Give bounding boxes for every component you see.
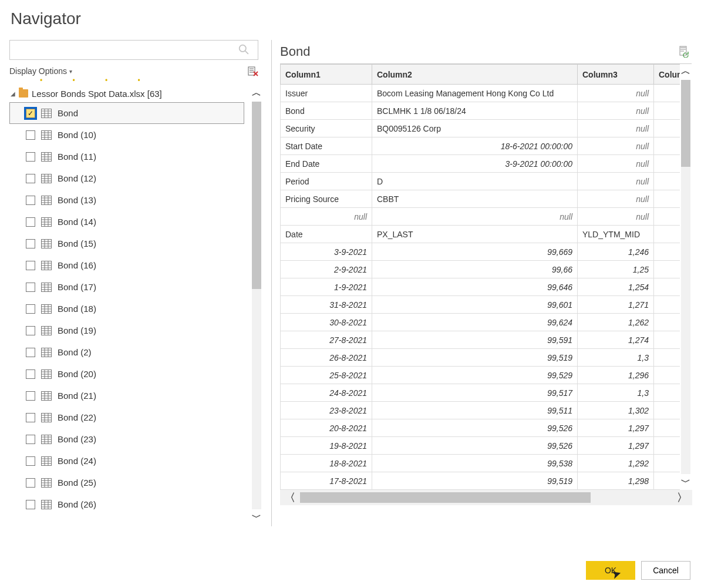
tree-item[interactable]: Bond (22): [9, 406, 250, 428]
table-row: 23-8-202199,5111,302: [281, 402, 680, 419]
scroll-thumb[interactable]: [252, 102, 261, 289]
search-input[interactable]: [9, 40, 258, 60]
tree-item[interactable]: Bond (13): [9, 189, 250, 211]
cell: null: [372, 208, 578, 226]
table-row: IssuerBocom Leasing Management Hong Kong…: [281, 85, 680, 102]
tree-item-checkbox[interactable]: [26, 326, 35, 335]
tree-item-checkbox[interactable]: [26, 174, 35, 183]
tree-item[interactable]: Bond (19): [9, 320, 250, 341]
clear-selection-icon[interactable]: [248, 66, 258, 76]
tree-item[interactable]: Bond (24): [9, 450, 250, 472]
table-icon: [41, 261, 52, 270]
tree-item-checkbox[interactable]: [26, 348, 35, 357]
cell: [654, 367, 680, 384]
display-options-dropdown[interactable]: Display Options ▾: [9, 66, 72, 76]
column-header[interactable]: Column1: [281, 65, 372, 85]
tree-item[interactable]: Bond (2): [9, 341, 250, 363]
preview-table: Column1 Column2 Column3 Column4 IssuerBo…: [280, 64, 680, 490]
dialog-footer: OK Cancel ➤: [586, 561, 690, 580]
scroll-down-icon[interactable]: ﹀: [681, 476, 690, 489]
table-row: 3-9-202199,6691,246: [281, 243, 680, 261]
tree-item-checkbox[interactable]: [26, 500, 35, 509]
expand-collapse-icon[interactable]: ◢: [11, 90, 15, 97]
tree-item-checkbox[interactable]: [26, 152, 35, 162]
tree-item-checkbox[interactable]: [26, 239, 35, 248]
cell: 1,302: [578, 402, 654, 419]
tree-item[interactable]: Bond (17): [9, 276, 250, 298]
tree-item[interactable]: Bond (11): [9, 146, 250, 167]
tree-item[interactable]: Bond (18): [9, 298, 250, 320]
table-icon: [41, 369, 52, 379]
cell: [654, 261, 680, 278]
tree-item[interactable]: Bond (21): [9, 385, 250, 406]
tree-item[interactable]: Bond (16): [9, 254, 250, 276]
tree-item[interactable]: Bond (25): [9, 472, 250, 493]
tree-item-checkbox[interactable]: [26, 304, 35, 314]
scroll-down-icon[interactable]: ﹀: [252, 512, 261, 524]
tree-item[interactable]: Bond (10): [9, 124, 250, 146]
cell: [654, 419, 680, 437]
column-header[interactable]: Column3: [578, 65, 654, 85]
cancel-button[interactable]: Cancel: [641, 561, 690, 580]
cell: 99,519: [372, 472, 578, 490]
scroll-left-icon[interactable]: 〈: [280, 490, 300, 505]
tree-item-checkbox[interactable]: [26, 435, 35, 444]
tree-item[interactable]: Bond (14): [9, 211, 250, 233]
tree-item-checkbox[interactable]: [26, 413, 35, 422]
table-icon: [41, 109, 52, 118]
refresh-preview-icon[interactable]: [679, 46, 689, 58]
tree-item-checkbox[interactable]: [26, 130, 35, 140]
tree-item-checkbox[interactable]: [26, 196, 35, 205]
cell: 24-8-2021: [281, 384, 372, 402]
scroll-track[interactable]: [300, 492, 672, 503]
tree-item[interactable]: Bond (15): [9, 233, 250, 254]
scroll-right-icon[interactable]: 〉: [672, 490, 692, 505]
search-icon[interactable]: [238, 44, 249, 55]
scroll-thumb[interactable]: [681, 80, 690, 167]
tree-item-checkbox[interactable]: [26, 456, 35, 466]
root-label: Lessor Bonds Spot Data.xlsx [63]: [32, 89, 162, 99]
tree-item-checkbox[interactable]: [26, 261, 35, 270]
scroll-up-icon[interactable]: ︿: [252, 87, 261, 99]
tree-item-checkbox[interactable]: [26, 478, 35, 488]
tree-item[interactable]: Bond (26): [9, 493, 250, 515]
cell: 1,296: [578, 367, 654, 384]
tree-item-checkbox[interactable]: [26, 369, 35, 379]
cell: Period: [281, 173, 372, 190]
tree-item[interactable]: Bond (23): [9, 428, 250, 450]
tree-item-checkbox[interactable]: [26, 217, 35, 227]
tree-item[interactable]: ✓Bond: [9, 102, 244, 124]
cell: 99,624: [372, 314, 578, 331]
tree-item-label: Bond (17): [58, 282, 96, 292]
column-header[interactable]: Column2: [372, 65, 578, 85]
tree-scrollbar[interactable]: ︿ ﹀: [250, 85, 263, 526]
tree-item-checkbox[interactable]: [26, 283, 35, 292]
tree-item-checkbox[interactable]: [26, 391, 35, 401]
grid-scrollbar-vertical[interactable]: ︿ ﹀: [680, 64, 692, 490]
scroll-track[interactable]: [681, 80, 690, 474]
cell: 99,511: [372, 402, 578, 419]
tree-root[interactable]: ◢ Lessor Bonds Spot Data.xlsx [63]: [9, 85, 250, 102]
svg-line-1: [245, 51, 248, 54]
cell: Date: [281, 226, 372, 243]
scroll-track[interactable]: [252, 102, 261, 509]
ok-button[interactable]: OK: [586, 561, 635, 580]
cell: PX_LAST: [372, 226, 578, 243]
scroll-thumb[interactable]: [300, 492, 591, 503]
cell: 99,591: [372, 331, 578, 349]
cell: 1,254: [578, 278, 654, 296]
tree-item[interactable]: Bond (20): [9, 363, 250, 385]
scroll-up-icon[interactable]: ︿: [681, 65, 690, 78]
grid-scrollbar-horizontal[interactable]: 〈 〉: [280, 490, 692, 505]
caret-down-icon: ▾: [69, 68, 72, 75]
column-header[interactable]: Column4: [654, 65, 680, 85]
cell: 3-9-2021: [281, 243, 372, 261]
cell: 99,517: [372, 384, 578, 402]
tree-item-checkbox[interactable]: ✓: [26, 109, 35, 118]
cell: [654, 85, 680, 102]
table-row: 26-8-202199,5191,3: [281, 349, 680, 367]
cell: 31-8-2021: [281, 296, 372, 314]
tree-item[interactable]: Bond (12): [9, 167, 250, 189]
cell: 99,601: [372, 296, 578, 314]
cell: null: [578, 102, 654, 120]
